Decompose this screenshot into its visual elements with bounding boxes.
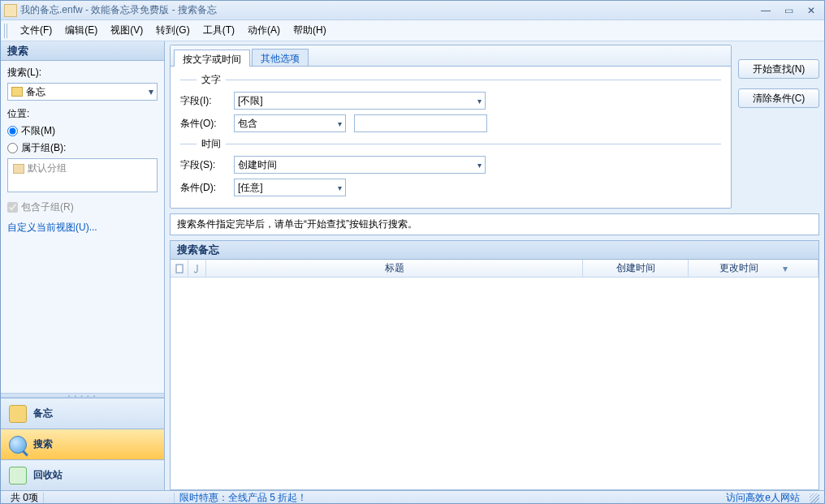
field-s-select[interactable]: 创建时间 ▾ — [234, 156, 486, 174]
section-text-label: 文字 — [201, 73, 221, 87]
content: 搜索 搜索(L): 备忘 ▾ 位置: 不限(M) 属于组(B): 默认分组 — [1, 41, 824, 490]
row-cond-o: 条件(O): 包含 ▾ — [180, 114, 721, 132]
menu-view[interactable]: 视图(V) — [104, 21, 149, 40]
field-i-select[interactable]: [不限] ▾ — [234, 92, 486, 110]
radio-group[interactable]: 属于组(B): — [7, 141, 158, 155]
menu-edit[interactable]: 编辑(E) — [58, 21, 104, 40]
search-panel: 按文字或时间 其他选项 文字 字段(I): [不限] ▾ — [170, 45, 819, 209]
status-count: 共 0项 — [6, 491, 43, 504]
section-time: 时间 — [180, 137, 721, 151]
search-icon — [9, 436, 27, 454]
nav-search-label: 搜索 — [33, 437, 53, 451]
cond-d-value: [任意] — [238, 181, 338, 195]
include-subgroups-input[interactable] — [7, 202, 18, 213]
nav-memo[interactable]: 备忘 — [1, 398, 164, 429]
nav-search[interactable]: 搜索 — [1, 429, 164, 459]
tab-by-text-time[interactable]: 按文字或时间 — [174, 50, 250, 67]
hint-text: 搜索条件指定完毕后，请单击“开始查找”按钮执行搜索。 — [170, 213, 819, 235]
col-created[interactable]: 创建时间 — [583, 260, 689, 277]
svg-rect-0 — [176, 265, 183, 273]
search-combo[interactable]: 备忘 ▾ — [7, 83, 158, 101]
tab-content: 文字 字段(I): [不限] ▾ 条件(O): 包含 — [171, 67, 731, 208]
field-s-value: 创建时间 — [238, 158, 477, 172]
maximize-button[interactable]: ▭ — [779, 4, 798, 17]
cond-d-select[interactable]: [任意] ▾ — [234, 179, 346, 196]
results-header: 搜索备忘 — [170, 240, 819, 260]
sidebar-body: 搜索(L): 备忘 ▾ 位置: 不限(M) 属于组(B): 默认分组 — [1, 61, 164, 393]
location-label: 位置: — [7, 107, 158, 121]
radio-unlimited[interactable]: 不限(M) — [7, 124, 158, 138]
main: 按文字或时间 其他选项 文字 字段(I): [不限] ▾ — [165, 41, 824, 490]
col-icon2[interactable] — [188, 260, 206, 277]
col-icon1[interactable] — [171, 260, 188, 277]
col-modified-label: 更改时间 — [719, 261, 758, 275]
row-field-i: 字段(I): [不限] ▾ — [180, 92, 721, 110]
chevron-down-icon: ▾ — [149, 86, 153, 97]
tabs-container: 按文字或时间 其他选项 文字 字段(I): [不限] ▾ — [170, 45, 732, 209]
chevron-down-icon: ▾ — [338, 183, 342, 192]
customize-view-link[interactable]: 自定义当前视图(U)... — [7, 222, 97, 233]
menu-action[interactable]: 动作(A) — [241, 21, 287, 40]
chevron-down-icon: ▾ — [477, 161, 482, 170]
minimize-button[interactable]: — — [756, 4, 775, 17]
clear-conditions-button[interactable]: 清除条件(C) — [738, 88, 819, 108]
menu-file[interactable]: 文件(F) — [14, 21, 58, 40]
cond-d-label: 条件(D): — [180, 181, 226, 195]
menu-tools[interactable]: 工具(T) — [197, 21, 241, 40]
chevron-down-icon: ▾ — [338, 119, 342, 128]
status-promo-link[interactable]: 限时特惠：全线产品 5 折起！ — [175, 491, 312, 504]
radio-unlimited-label: 不限(M) — [21, 124, 55, 138]
close-button[interactable]: ✕ — [801, 4, 821, 17]
menubar: 文件(F) 编辑(E) 视图(V) 转到(G) 工具(T) 动作(A) 帮助(H… — [1, 20, 824, 41]
group-item-label: 默认分组 — [28, 162, 67, 175]
group-list[interactable]: 默认分组 — [7, 158, 158, 192]
field-i-label: 字段(I): — [180, 94, 226, 108]
search-combo-text: 备忘 — [26, 85, 149, 99]
window-buttons: — ▭ ✕ — [756, 4, 821, 17]
radio-group-label: 属于组(B): — [21, 141, 66, 155]
recycle-icon — [9, 467, 27, 485]
folder-icon — [11, 87, 23, 97]
statusbar: 共 0项 限时特惠：全线产品 5 折起！ 访问高效e人网站 — [1, 490, 824, 504]
folder-icon — [13, 164, 24, 174]
attachment-icon — [194, 264, 201, 274]
titlebar: 我的备忘.enfw - 效能备忘录免费版 - 搜索备忘 — ▭ ✕ — [1, 1, 824, 20]
table-header: 标题 创建时间 更改时间 ▾ — [171, 260, 819, 278]
app-icon — [4, 4, 17, 17]
start-search-button[interactable]: 开始查找(N) — [738, 59, 819, 79]
chevron-down-icon: ▾ — [477, 97, 482, 106]
include-subgroups-label: 包含子组(R) — [21, 200, 74, 214]
sidebar-header: 搜索 — [1, 41, 164, 61]
status-visit-link[interactable]: 访问高效e人网站 — [721, 491, 805, 504]
group-item-default[interactable]: 默认分组 — [8, 159, 157, 178]
menu-help[interactable]: 帮助(H) — [287, 21, 333, 40]
sidebar: 搜索 搜索(L): 备忘 ▾ 位置: 不限(M) 属于组(B): 默认分组 — [1, 41, 165, 490]
col-modified[interactable]: 更改时间 ▾ — [689, 260, 819, 277]
window-title: 我的备忘.enfw - 效能备忘录免费版 - 搜索备忘 — [20, 3, 756, 17]
section-text: 文字 — [180, 73, 721, 87]
menubar-grip — [4, 24, 9, 38]
action-buttons: 开始查找(N) 清除条件(C) — [738, 45, 819, 209]
menu-goto[interactable]: 转到(G) — [149, 21, 196, 40]
resize-grip[interactable] — [810, 493, 819, 503]
row-cond-d: 条件(D): [任意] ▾ — [180, 179, 721, 196]
sort-indicator-icon: ▾ — [783, 263, 788, 274]
nav-memo-label: 备忘 — [33, 407, 53, 420]
cond-o-select[interactable]: 包含 ▾ — [234, 114, 346, 132]
include-subgroups[interactable]: 包含子组(R) — [7, 200, 158, 214]
results-table: 标题 创建时间 更改时间 ▾ — [170, 260, 819, 490]
nav-recycle[interactable]: 回收站 — [1, 459, 164, 490]
field-i-value: [不限] — [238, 94, 477, 108]
nav-recycle-label: 回收站 — [33, 468, 63, 482]
col-title[interactable]: 标题 — [206, 260, 583, 277]
search-label: 搜索(L): — [7, 66, 158, 80]
cond-o-value: 包含 — [238, 117, 338, 131]
tabstrip: 按文字或时间 其他选项 — [171, 45, 731, 67]
row-field-s: 字段(S): 创建时间 ▾ — [180, 156, 721, 174]
tab-other-options[interactable]: 其他选项 — [252, 49, 309, 66]
document-icon — [175, 264, 184, 274]
keyword-input[interactable] — [354, 114, 487, 132]
radio-group-input[interactable] — [7, 143, 18, 153]
radio-unlimited-input[interactable] — [7, 126, 18, 136]
cond-o-label: 条件(O): — [180, 117, 226, 131]
